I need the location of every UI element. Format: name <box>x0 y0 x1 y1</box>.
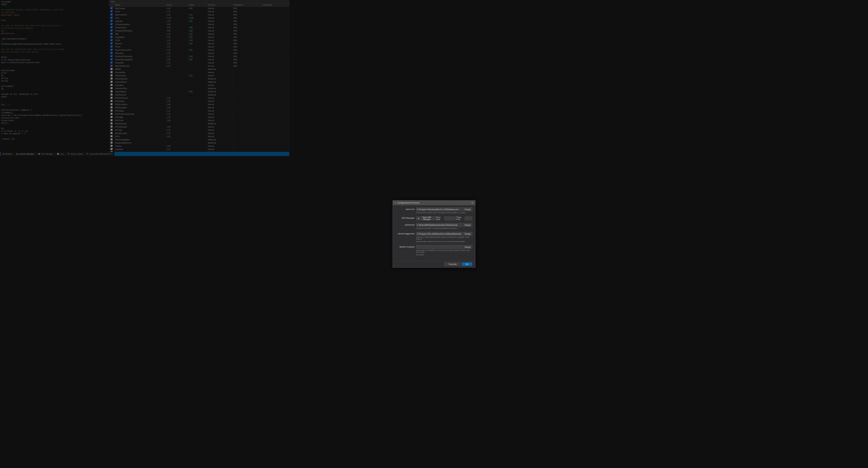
modal-overlay: A Configurazione Percorsi × javac.exe Na… <box>0 0 289 156</box>
